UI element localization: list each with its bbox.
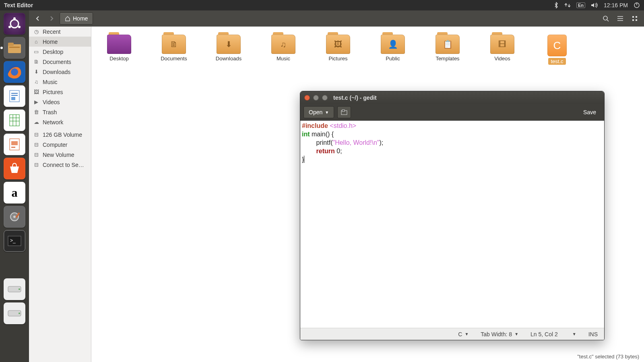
gedit-titlebar[interactable]: test.c (~/) - gedit	[300, 91, 604, 104]
sidebar-item-connect-to-se-[interactable]: ⊟Connect to Se…	[29, 160, 91, 170]
files-toolbar: Home	[29, 10, 644, 27]
window-minimize-button[interactable]	[313, 95, 319, 101]
sidebar-item-icon: ♫	[33, 79, 39, 85]
sidebar-item-label: Recent	[43, 29, 60, 35]
launcher-dash[interactable]	[4, 13, 25, 35]
sidebar-item-downloads[interactable]: ⬇Downloads	[29, 67, 91, 77]
folder-public[interactable]: 👤Public	[376, 35, 410, 65]
folder-templates[interactable]: 📋Templates	[430, 35, 465, 65]
sidebar-item-desktop[interactable]: ▭Desktop	[29, 47, 91, 57]
launcher-calc[interactable]	[4, 109, 25, 131]
folder-icon: ♫	[271, 35, 295, 54]
sidebar-item-home[interactable]: ⌂Home	[29, 37, 91, 47]
file-test-c[interactable]: Ctest.c	[540, 35, 574, 65]
launcher-impress[interactable]	[4, 134, 25, 155]
sidebar-item-trash[interactable]: 🗑Trash	[29, 107, 91, 117]
launcher-drive-1[interactable]	[4, 278, 25, 300]
svg-point-2	[13, 17, 16, 20]
session-icon[interactable]	[634, 2, 640, 8]
folder-icon: 📋	[436, 35, 460, 54]
pathbar-home[interactable]: Home	[60, 12, 93, 25]
launcher-settings[interactable]	[4, 206, 25, 228]
svg-rect-17	[11, 147, 15, 148]
item-label: Desktop	[109, 56, 129, 62]
status-lang[interactable]: C▼	[458, 331, 469, 337]
svg-rect-31	[636, 19, 637, 21]
list-view-button[interactable]	[614, 12, 626, 25]
sidebar-item-pictures[interactable]: 🖼Pictures	[29, 87, 91, 97]
folder-pictures[interactable]: 🖼Pictures	[321, 35, 355, 65]
sidebar-item-label: Home	[43, 39, 58, 45]
chevron-down-icon: ▼	[325, 110, 329, 115]
window-maximize-button[interactable]	[322, 95, 328, 101]
search-button[interactable]	[600, 12, 612, 25]
sidebar-item-recent[interactable]: ◷Recent	[29, 27, 91, 37]
sidebar-item-computer[interactable]: ⊟Computer	[29, 140, 91, 150]
folder-icon: 👤	[381, 35, 405, 54]
new-tab-button[interactable]	[337, 106, 351, 118]
sidebar-item-icon: ⊟	[33, 152, 39, 158]
open-button[interactable]: Open ▼	[303, 106, 334, 118]
pathbar-label: Home	[73, 15, 88, 22]
item-label: Music	[277, 56, 290, 62]
sidebar-item-label: New Volume	[43, 152, 74, 158]
network-icon[interactable]	[564, 2, 571, 8]
sidebar-item-label: Computer	[43, 142, 67, 148]
item-label: Templates	[436, 56, 459, 62]
files-statusbar: "test.c" selected (73 bytes)	[577, 354, 639, 360]
status-tabwidth[interactable]: Tab Width: 8▼	[481, 331, 518, 337]
volume-icon[interactable]	[591, 2, 598, 8]
sidebar-item-label: Network	[43, 119, 63, 125]
folder-desktop[interactable]: Desktop	[102, 35, 136, 65]
launcher-drive-2[interactable]	[4, 302, 25, 324]
sidebar-item-label: Desktop	[43, 49, 63, 55]
gedit-text-area[interactable]: #include <stdio.h> int main() { printf("…	[300, 120, 604, 328]
status-insert-mode[interactable]: INS	[588, 331, 598, 337]
save-button-label: Save	[583, 109, 596, 115]
grid-view-button[interactable]	[629, 12, 641, 25]
keyboard-lang-indicator[interactable]: En	[576, 2, 585, 8]
sidebar-item-new-volume[interactable]: ⊟New Volume	[29, 150, 91, 160]
item-label: test.c	[548, 58, 566, 65]
svg-point-1	[10, 20, 19, 28]
folder-downloads[interactable]: ⬇Downloads	[211, 35, 246, 65]
sidebar-item-icon: ◷	[33, 29, 39, 35]
sidebar-item-icon: ⬇	[33, 69, 39, 75]
launcher-files[interactable]	[4, 37, 25, 59]
folder-documents[interactable]: 🗎Documents	[157, 35, 191, 65]
folder-icon: 🎞	[490, 35, 514, 54]
file-icon: C	[547, 35, 567, 56]
clock[interactable]: 12:16 PM	[604, 2, 628, 8]
sidebar-item-network[interactable]: ☁Network	[29, 117, 91, 127]
bluetooth-icon[interactable]	[554, 2, 559, 8]
save-button[interactable]: Save	[578, 106, 601, 118]
folder-videos[interactable]: 🎞Videos	[485, 35, 520, 65]
sidebar-item-126-gb-volume[interactable]: ⊟126 GB Volume	[29, 130, 91, 140]
sidebar-item-videos[interactable]: ▶Videos	[29, 97, 91, 107]
sidebar-item-icon: ⌂	[33, 39, 39, 45]
nav-forward-button[interactable]	[46, 13, 57, 24]
item-label: Public	[386, 56, 400, 62]
sidebar-item-music[interactable]: ♫Music	[29, 77, 91, 87]
sidebar-item-label: Videos	[43, 99, 60, 105]
svg-rect-13	[11, 97, 15, 100]
sidebar-item-label: Music	[43, 79, 58, 85]
svg-point-27	[603, 16, 607, 20]
launcher-terminal[interactable]: >_	[4, 230, 25, 252]
status-cursor-pos[interactable]: Ln 5, Col 2▼	[530, 331, 576, 337]
svg-rect-30	[632, 19, 634, 21]
nav-back-button[interactable]	[32, 13, 43, 24]
text-cursor	[304, 156, 304, 163]
sidebar-item-documents[interactable]: 🗎Documents	[29, 57, 91, 67]
launcher-software-center[interactable]	[4, 158, 25, 179]
launcher-amazon[interactable]: a	[4, 182, 25, 204]
window-close-button[interactable]	[304, 95, 310, 101]
item-label: Documents	[161, 56, 187, 62]
svg-point-4	[18, 26, 21, 28]
svg-point-19	[13, 216, 16, 218]
svg-rect-12	[11, 95, 18, 96]
launcher-firefox[interactable]	[4, 61, 25, 83]
unity-launcher: a >_	[0, 10, 29, 362]
launcher-writer[interactable]	[4, 85, 25, 107]
folder-music[interactable]: ♫Music	[266, 35, 301, 65]
